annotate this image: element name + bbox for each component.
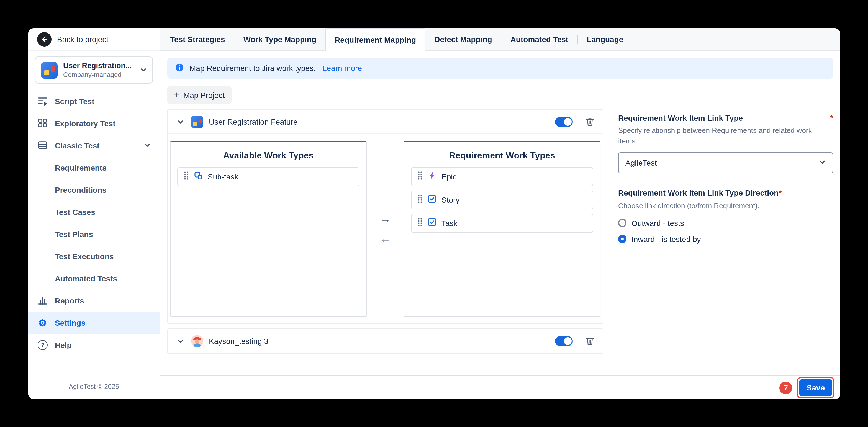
- sidebar-item-requirements[interactable]: Requirements: [28, 157, 159, 179]
- sidebar-item-preconditions[interactable]: Preconditions: [28, 179, 159, 201]
- drag-handle-icon[interactable]: [183, 171, 189, 183]
- collapse-chevron-icon[interactable]: [176, 336, 186, 346]
- panel-title: Requirement Work Types: [404, 142, 600, 167]
- help-icon: ?: [38, 340, 48, 350]
- save-annotation-highlight: Save: [797, 377, 834, 398]
- epic-icon: [428, 171, 436, 182]
- tab-language[interactable]: Language: [578, 28, 632, 51]
- work-type-item-story[interactable]: Story: [411, 190, 593, 209]
- work-type-item-subtask[interactable]: Sub-task: [177, 167, 360, 186]
- map-project-button[interactable]: + Map Project: [167, 86, 231, 103]
- sidebar-item-script-test[interactable]: Script Test: [28, 90, 159, 113]
- sidebar-item-settings[interactable]: ⚙ Settings: [28, 312, 159, 334]
- drag-handle-icon[interactable]: [417, 217, 423, 229]
- direction-description: Choose link direction (to/from Requireme…: [618, 201, 833, 211]
- panel-title: Available Work Types: [170, 142, 366, 167]
- project-enabled-toggle[interactable]: [555, 336, 573, 346]
- sidebar-nav: Script Test Exploratory Test Classic Tes…: [28, 90, 159, 356]
- sidebar-item-test-executions[interactable]: Test Executions: [28, 245, 159, 268]
- chevron-down-icon: [144, 141, 151, 150]
- tab-work-type-mapping[interactable]: Work Type Mapping: [235, 28, 325, 51]
- radio-icon: [618, 219, 626, 227]
- move-left-arrow[interactable]: ←: [380, 233, 391, 244]
- content-area: Map Requirement to Jira work types. Lear…: [160, 51, 840, 375]
- project-mapping-section: User Registration Feature: [167, 109, 603, 324]
- required-asterisk: *: [830, 114, 833, 122]
- tab-requirement-mapping[interactable]: Requirement Mapping: [325, 28, 426, 51]
- sidebar-item-exploratory-test[interactable]: Exploratory Test: [28, 113, 159, 134]
- gear-icon: ⚙: [37, 318, 48, 328]
- project-logo-icon: [191, 116, 203, 128]
- mapping-column: User Registration Feature: [167, 109, 603, 375]
- drag-handle-icon[interactable]: [417, 194, 423, 206]
- info-icon: [175, 63, 184, 73]
- project-mapping-section-collapsed: Kayson_testing 3: [167, 328, 603, 354]
- stage: Back to project User Registration... Com…: [0, 0, 868, 427]
- sidebar-item-automated-tests[interactable]: Automated Tests: [28, 268, 159, 289]
- work-type-item-task[interactable]: Task: [411, 214, 593, 233]
- sidebar-item-reports[interactable]: Reports: [28, 289, 159, 312]
- requirement-work-types-panel: Requirement Work Types Epic: [404, 141, 600, 317]
- main-area: Test Strategies Work Type Mapping Requir…: [160, 28, 840, 399]
- sidebar-item-test-cases[interactable]: Test Cases: [28, 201, 159, 223]
- project-enabled-toggle[interactable]: [555, 117, 573, 126]
- sidebar-item-help[interactable]: ? Help: [28, 334, 159, 356]
- app-window: Back to project User Registration... Com…: [28, 28, 840, 399]
- link-type-settings: Requirement Work Item Link Type * Specif…: [618, 109, 833, 375]
- info-banner: Map Requirement to Jira work types. Lear…: [167, 58, 833, 79]
- tab-test-strategies[interactable]: Test Strategies: [161, 28, 234, 51]
- script-test-icon: [37, 95, 48, 108]
- section-title: User Registration Feature: [209, 117, 298, 126]
- tab-automated-test[interactable]: Automated Test: [502, 28, 578, 51]
- settings-tabbar: Test Strategies Work Type Mapping Requir…: [160, 28, 840, 51]
- annotation-step-badge: 7: [780, 381, 793, 394]
- table-icon: [37, 139, 48, 152]
- app-copyright: AgileTest © 2025: [28, 375, 159, 399]
- radio-outward[interactable]: Outward - tests: [618, 218, 833, 227]
- subtask-icon: [194, 171, 203, 182]
- required-asterisk: *: [779, 188, 782, 197]
- link-type-selected-value: AgileTest: [625, 158, 657, 167]
- available-work-types-panel: Available Work Types Sub-task: [170, 141, 367, 317]
- story-icon: [428, 194, 436, 206]
- move-right-arrow[interactable]: →: [380, 213, 391, 224]
- section-header: Kayson_testing 3: [168, 329, 603, 353]
- back-to-project-button[interactable]: Back to project: [28, 28, 159, 51]
- transfer-arrows: → ←: [367, 141, 404, 317]
- save-button[interactable]: Save: [800, 379, 832, 396]
- radio-inward[interactable]: Inward - is tested by: [618, 235, 833, 243]
- drag-handle-icon[interactable]: [417, 171, 423, 183]
- delete-project-icon[interactable]: [585, 336, 595, 346]
- grid-icon: [37, 117, 48, 130]
- collapse-chevron-icon[interactable]: [176, 117, 186, 126]
- back-label: Back to project: [57, 35, 108, 44]
- project-selector[interactable]: User Registration... Company-managed: [35, 57, 153, 84]
- sidebar: Back to project User Registration... Com…: [28, 28, 160, 399]
- plus-icon: +: [174, 90, 180, 100]
- sidebar-item-test-plans[interactable]: Test Plans: [28, 223, 159, 245]
- footer-action-bar: 7 Save: [160, 375, 840, 399]
- back-arrow-icon: [37, 32, 52, 47]
- tab-defect-mapping[interactable]: Defect Mapping: [426, 28, 501, 51]
- project-type: Company-managed: [63, 71, 134, 79]
- chevron-down-icon: [819, 158, 826, 167]
- chevron-down-icon: [140, 65, 147, 75]
- bar-chart-icon: [37, 294, 48, 307]
- project-name: User Registration...: [63, 61, 134, 70]
- delete-project-icon[interactable]: [585, 117, 595, 126]
- work-type-mapping-body: Available Work Types Sub-task: [168, 134, 603, 324]
- banner-message: Map Requirement to Jira work types.: [189, 64, 316, 72]
- mapping-layout: User Registration Feature: [167, 109, 833, 375]
- project-avatar: [191, 335, 203, 347]
- section-header: User Registration Feature: [168, 110, 603, 134]
- project-logo-icon: [41, 62, 58, 79]
- link-type-select[interactable]: AgileTest: [618, 152, 833, 173]
- work-type-item-epic[interactable]: Epic: [411, 167, 593, 186]
- sidebar-item-classic-test[interactable]: Classic Test: [28, 134, 159, 157]
- task-icon: [428, 218, 436, 229]
- learn-more-link[interactable]: Learn more: [322, 64, 362, 72]
- link-type-description: Specify relationship between Requirement…: [618, 126, 833, 147]
- radio-icon-selected: [618, 235, 626, 243]
- section-title: Kayson_testing 3: [209, 337, 268, 345]
- direction-label: Requirement Work Item Link Type Directio…: [618, 188, 779, 197]
